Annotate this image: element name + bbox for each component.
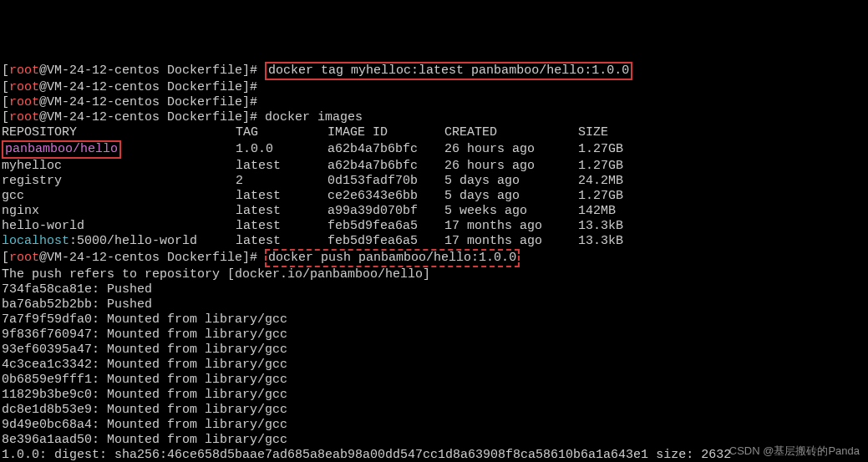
table-row: nginxlatesta99a39d070bf5 weeks ago142MB bbox=[2, 204, 866, 219]
table-row: gcclatestce2e6343e6bb5 days ago1.27GB bbox=[2, 189, 866, 204]
table-row: registry20d153fadf70b5 days ago24.2MB bbox=[2, 174, 866, 189]
push-layer: ba76ab52b2bb: Pushed bbox=[2, 297, 866, 312]
highlighted-repo: panbamboo/hello bbox=[2, 140, 121, 159]
terminal-line: [root@VM-24-12-centos Dockerfile]# docke… bbox=[2, 249, 866, 267]
push-layer: 9f836f760947: Mounted from library/gcc bbox=[2, 327, 866, 343]
table-row: localhost:5000/hello-worldlatestfeb5d9fe… bbox=[2, 234, 866, 249]
prompt-user: root bbox=[9, 251, 39, 265]
terminal-line: [root@VM-24-12-centos Dockerfile]# docke… bbox=[2, 62, 866, 80]
table-row: panbamboo/hello1.0.0a62b4a7b6bfc26 hours… bbox=[2, 140, 866, 159]
prompt-user: root bbox=[9, 95, 39, 109]
push-layer: 11829b3be9c0: Mounted from library/gcc bbox=[2, 388, 866, 403]
push-layer: 7a7f9f59dfa0: Mounted from library/gcc bbox=[2, 312, 866, 327]
terminal-line: [root@VM-24-12-centos Dockerfile]# bbox=[2, 95, 866, 110]
push-layer: 0b6859e9fff1: Mounted from library/gcc bbox=[2, 373, 866, 388]
command-tag: docker tag myhelloc:latest panbamboo/hel… bbox=[265, 62, 632, 80]
push-refers: The push refers to repository [docker.io… bbox=[2, 267, 866, 282]
command-images: docker images bbox=[265, 110, 363, 124]
prompt-user: root bbox=[9, 110, 39, 124]
push-layer: dc8e1d8b53e9: Mounted from library/gcc bbox=[2, 403, 866, 418]
push-layer: 9d49e0bc68a4: Mounted from library/gcc bbox=[2, 418, 866, 433]
table-row: hello-worldlatestfeb5d9fea6a517 months a… bbox=[2, 219, 866, 234]
table-header: REPOSITORYTAGIMAGE IDCREATEDSIZE bbox=[2, 125, 866, 140]
prompt-user: root bbox=[9, 63, 39, 78]
terminal-output: [root@VM-24-12-centos Dockerfile]# docke… bbox=[2, 62, 866, 462]
watermark-text: CSDN @基层搬砖的Panda bbox=[729, 444, 860, 459]
push-layer: 4c3cea1c3342: Mounted from library/gcc bbox=[2, 358, 866, 373]
push-layer: 734fa58ca81e: Pushed bbox=[2, 282, 866, 297]
terminal-line: [root@VM-24-12-centos Dockerfile]# bbox=[2, 80, 866, 95]
push-layer: 93ef60395a47: Mounted from library/gcc bbox=[2, 343, 866, 358]
prompt-user: root bbox=[9, 80, 39, 94]
command-push: docker push panbamboo/hello:1.0.0 bbox=[265, 249, 520, 267]
table-row: myhelloclatesta62b4a7b6bfc26 hours ago1.… bbox=[2, 159, 866, 174]
terminal-line: [root@VM-24-12-centos Dockerfile]# docke… bbox=[2, 110, 866, 125]
